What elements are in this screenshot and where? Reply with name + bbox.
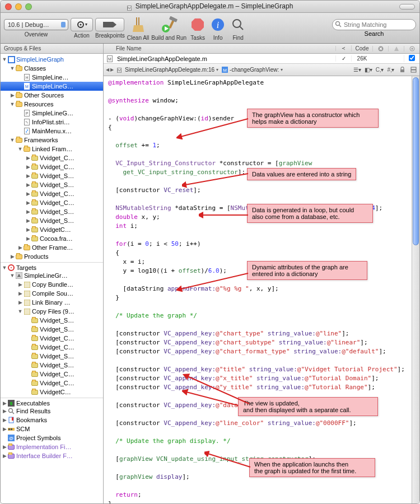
- groups-files-tree[interactable]: ▼SimpleLineGraph ▼Classes HSimpleLine… M…: [1, 54, 104, 503]
- svg-text:$: $: [10, 401, 13, 406]
- breakpoint-nav-icon[interactable]: ◧▾: [365, 66, 372, 74]
- col-check-header[interactable]: ≺: [335, 46, 351, 51]
- tree-smart[interactable]: ▶Implementation Fi…: [1, 442, 103, 451]
- tree-phase-file[interactable]: VvidgetC…: [1, 388, 103, 396]
- nav-back-icon[interactable]: ◀: [106, 67, 109, 72]
- col-code-header[interactable]: Code: [351, 45, 372, 52]
- tree-framework[interactable]: ▶Vvidget_S…: [1, 180, 103, 189]
- exec-icon: $: [7, 399, 15, 407]
- tree-resources[interactable]: ▼Resources: [1, 100, 103, 109]
- split-icon[interactable]: [409, 66, 417, 74]
- tree-file[interactable]: HSimpleLine…: [1, 73, 103, 82]
- svg-point-14: [336, 22, 340, 26]
- code-text[interactable]: @implementation SimpleLineGraphAppDelega…: [104, 76, 419, 503]
- stop-icon[interactable]: [189, 16, 207, 34]
- groups-header[interactable]: Groups & Files: [1, 44, 104, 53]
- file-m-icon: M: [117, 67, 123, 73]
- tree-phase[interactable]: ▶Link Binary …: [1, 298, 103, 307]
- broom-icon[interactable]: [129, 16, 147, 34]
- bookmark-nav-icon[interactable]: ☰▾: [353, 66, 361, 74]
- search-input[interactable]: [332, 19, 416, 30]
- counterpart-hash-icon[interactable]: #‚▾: [387, 66, 395, 74]
- tree-phase-file[interactable]: Vvidget_S…: [1, 361, 103, 370]
- tree-file[interactable]: MainMenu.x…: [1, 127, 103, 136]
- tree-bookmarks[interactable]: ▶Bookmarks: [1, 416, 103, 424]
- tree-phase-file[interactable]: Vvidget_S…: [1, 352, 103, 361]
- tree-otherframe[interactable]: ▶Other Frame…: [1, 243, 103, 252]
- tree-framework[interactable]: ▶Cocoa.fra…: [1, 234, 103, 243]
- tree-phase[interactable]: ▼Copy Files (9…: [1, 307, 103, 316]
- open-file-name: SimpleLineGraphAppDelegate.m: [117, 55, 207, 62]
- tree-othersources[interactable]: ▶Other Sources: [1, 91, 103, 100]
- filename-header[interactable]: File Name: [104, 44, 335, 53]
- file-list-row[interactable]: MSimpleLineGraphAppDelegate.m ✓ 26K: [104, 54, 419, 64]
- file-target-check[interactable]: [404, 55, 419, 62]
- symbol-crumb[interactable]: M -changeGraphView:▾: [222, 67, 283, 73]
- tree-products[interactable]: ▶Products: [1, 252, 103, 261]
- scrollbar-thumb[interactable]: [413, 77, 419, 245]
- tree-file[interactable]: ✎InfoPlist.stri…: [1, 118, 103, 127]
- vertical-scrollbar[interactable]: [412, 76, 419, 503]
- tree-phase[interactable]: ▶Compile Sou…: [1, 289, 103, 298]
- svg-text:i: i: [217, 20, 219, 30]
- tree-phase-file[interactable]: Vvidget_C…: [1, 379, 103, 388]
- tree-frameworks[interactable]: ▼Frameworks: [1, 136, 103, 144]
- svg-marker-2: [103, 22, 116, 27]
- magnify-icon[interactable]: [229, 16, 247, 34]
- svg-text:A: A: [17, 273, 21, 278]
- tree-phase-file[interactable]: Vvidget_S…: [1, 316, 103, 325]
- col-err-icon[interactable]: [372, 46, 388, 52]
- editor-navbar: ◀ ▶ M SimpleLineGraphAppDelegate.m:16▾ M…: [104, 64, 419, 76]
- tree-classes[interactable]: ▼Classes: [1, 64, 103, 73]
- file-m-icon: M: [127, 3, 132, 11]
- tree-framework[interactable]: ▶Vvidget_C…: [1, 198, 103, 207]
- tree-phase[interactable]: ▶Copy Bundle…: [1, 280, 103, 289]
- tree-executables[interactable]: ▶$Executables: [1, 398, 103, 407]
- scheme-popup[interactable]: 10.6 | Debug…▴▾: [4, 19, 68, 30]
- tree-scm[interactable]: ▶SCM: [1, 424, 103, 433]
- col-target-icon[interactable]: [404, 46, 419, 52]
- tree-project[interactable]: ▼SimpleLineGraph: [1, 55, 103, 64]
- svg-line-31: [12, 412, 14, 414]
- svg-rect-3: [136, 17, 137, 25]
- svg-text:@: @: [9, 436, 13, 441]
- tree-file-selected[interactable]: MSimpleLineG…: [1, 82, 103, 91]
- nav-fwd-icon[interactable]: ▶: [110, 67, 114, 72]
- counterpart-c-icon[interactable]: C‚▾: [376, 66, 384, 74]
- tree-framework[interactable]: ▶Vvidget_C…: [1, 189, 103, 198]
- action-button[interactable]: ▾: [71, 18, 93, 31]
- toolbar: 10.6 | Debug…▴▾ Overview ▾ Action Breakp…: [1, 13, 419, 44]
- tree-linkedframe[interactable]: ▼Linked Fram…: [1, 144, 103, 153]
- info-icon[interactable]: i: [209, 16, 227, 34]
- breakpoints-button[interactable]: [95, 18, 124, 31]
- svg-rect-4: [138, 17, 139, 25]
- hammer-run-icon[interactable]: [160, 16, 178, 34]
- tree-findresults[interactable]: ▶Find Results: [1, 407, 103, 416]
- tree-targets[interactable]: ▼Targets: [1, 262, 103, 271]
- tree-framework[interactable]: ▶Vvidget_S…: [1, 207, 103, 216]
- col-warn-icon[interactable]: [388, 46, 404, 52]
- tree-framework[interactable]: ▶VvidgetC…: [1, 225, 103, 234]
- svg-rect-26: [24, 300, 30, 306]
- tree-phase-file[interactable]: Vvidget_S…: [1, 325, 103, 334]
- tree-phase-file[interactable]: Vvidget_C…: [1, 370, 103, 379]
- tree-phase-file[interactable]: Vvidget_C…: [1, 343, 103, 352]
- tree-framework[interactable]: ▶Vvidget_C…: [1, 153, 103, 162]
- tree-projsymbols[interactable]: @Project Symbols: [1, 433, 103, 442]
- tree-smart[interactable]: ▶Interface Builder F…: [1, 451, 103, 460]
- svg-point-1: [80, 24, 82, 25]
- tree-file[interactable]: PSimpleLineG…: [1, 109, 103, 118]
- breakpoints-group: Breakpoints: [95, 18, 125, 39]
- file-crumb[interactable]: M SimpleLineGraphAppDelegate.m:16▾: [117, 67, 218, 73]
- tree-phase-file[interactable]: Vvidget_C…: [1, 334, 103, 343]
- scm-icon: [7, 425, 15, 433]
- tree-target-app[interactable]: ▼ASimpleLineGr…: [1, 271, 103, 280]
- tasks-group: Tasks: [189, 16, 207, 41]
- code-editor[interactable]: @implementation SimpleLineGraphAppDelega…: [104, 76, 419, 503]
- svg-rect-42: [411, 67, 416, 69]
- tree-framework[interactable]: ▶Vvidget_S…: [1, 171, 103, 180]
- tree-framework[interactable]: ▶Vvidget_C…: [1, 162, 103, 171]
- svg-point-19: [411, 48, 413, 49]
- tree-framework[interactable]: ▶Vvidget_S…: [1, 216, 103, 225]
- lock-icon[interactable]: [398, 66, 406, 74]
